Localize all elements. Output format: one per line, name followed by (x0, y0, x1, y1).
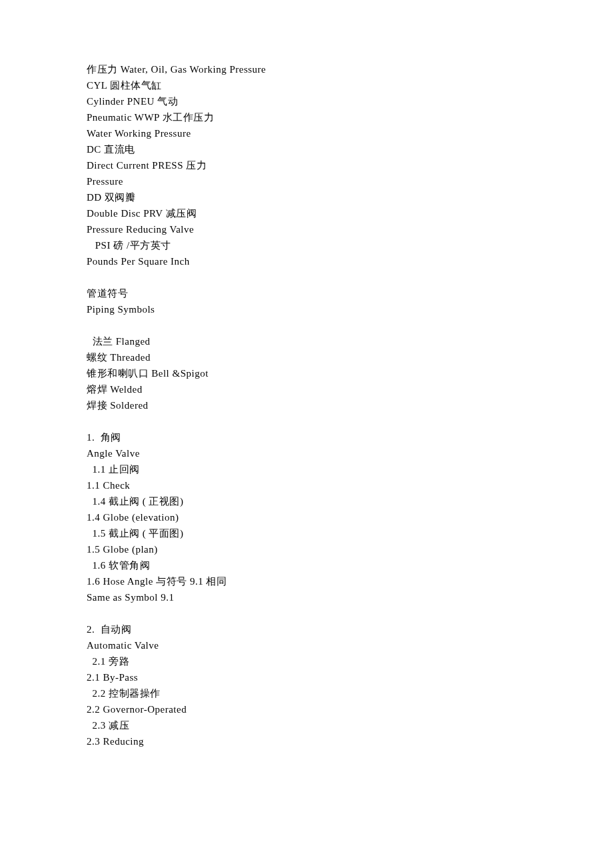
line: Direct Current PRESS 压力 (87, 157, 526, 173)
line: 1.6 软管角阀 (87, 557, 526, 573)
line: 2. 自动阀 (87, 621, 526, 637)
line: Double Disc PRV 减压阀 (87, 205, 526, 221)
line: 1. 角阀 (87, 429, 526, 445)
line: Pounds Per Square Inch (87, 253, 526, 269)
line: DD 双阀瓣 (87, 189, 526, 205)
line: 2.1 旁路 (87, 653, 526, 669)
line: 2.3 减压 (87, 717, 526, 733)
line: Cylinder PNEU 气动 (87, 93, 526, 109)
line: 法兰 Flanged (87, 333, 526, 349)
line: 2.2 控制器操作 (87, 685, 526, 701)
line: Pressure Reducing Valve (87, 221, 526, 237)
line: 2.1 By-Pass (87, 669, 526, 685)
line: 1.4 截止阀 ( 正视图) (87, 493, 526, 509)
line: 锥形和喇叭口 Bell &Spigot (87, 365, 526, 381)
line: 1.1 Check (87, 477, 526, 493)
line: 1.1 止回阀 (87, 461, 526, 477)
line: DC 直流电 (87, 141, 526, 157)
line: 焊接 Soldered (87, 397, 526, 413)
line: Angle Valve (87, 445, 526, 461)
blank-line (87, 269, 526, 285)
line: 1.4 Globe (elevation) (87, 509, 526, 525)
line: Water Working Pressure (87, 125, 526, 141)
line: 管道符号 (87, 285, 526, 301)
line: Piping Symbols (87, 301, 526, 317)
blank-line (87, 317, 526, 333)
line: 2.2 Governor-Operated (87, 701, 526, 717)
line: CYL 圆柱体气缸 (87, 77, 526, 93)
line: 螺纹 Threaded (87, 349, 526, 365)
document-page: 作压力 Water, Oil, Gas Working Pressure CYL… (0, 0, 613, 868)
line: 1.5 Globe (plan) (87, 541, 526, 557)
line: 作压力 Water, Oil, Gas Working Pressure (87, 61, 526, 77)
line: 熔焊 Welded (87, 381, 526, 397)
line: 1.5 截止阀 ( 平面图) (87, 525, 526, 541)
line: Pneumatic WWP 水工作压力 (87, 109, 526, 125)
line: 2.3 Reducing (87, 733, 526, 749)
line: PSI 磅 /平方英寸 (87, 237, 526, 253)
blank-line (87, 413, 526, 429)
line: 1.6 Hose Angle 与符号 9.1 相同 (87, 573, 526, 589)
line: Same as Symbol 9.1 (87, 589, 526, 605)
blank-line (87, 605, 526, 621)
line: Automatic Valve (87, 637, 526, 653)
line: Pressure (87, 173, 526, 189)
